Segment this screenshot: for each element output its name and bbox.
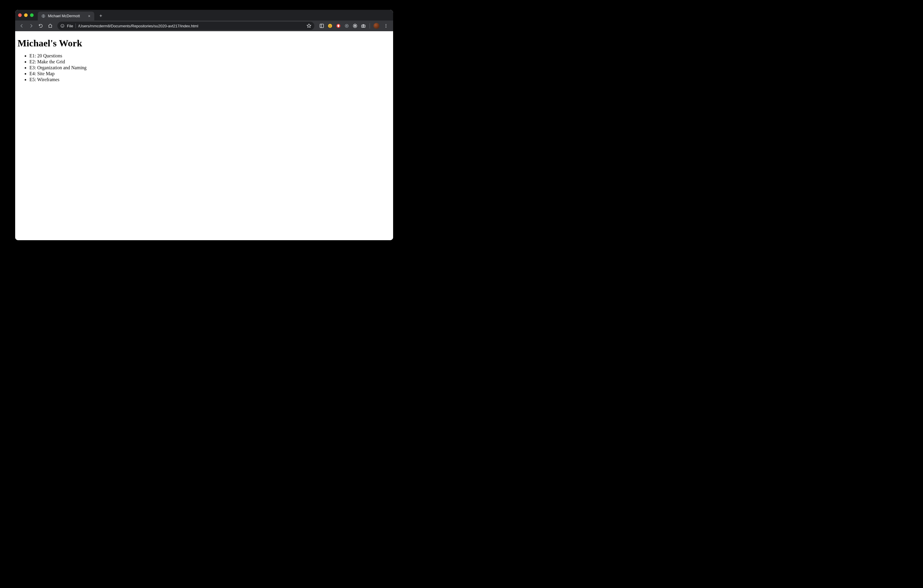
list-item: E5: Wireframes	[30, 77, 391, 83]
browser-toolbar: File /Users/mmcderm8/Documents/Repositor…	[15, 21, 393, 31]
tab-title: Michael McDermott	[48, 14, 85, 18]
record-icon[interactable]	[352, 23, 358, 28]
page-heading: Michael's Work	[18, 38, 391, 49]
svg-point-14	[386, 26, 386, 26]
list-item: E2: Make the Grid	[30, 59, 391, 65]
extension-icons	[317, 23, 391, 29]
window-close-button[interactable]	[18, 13, 22, 17]
camera-icon[interactable]	[361, 23, 366, 28]
profile-avatar[interactable]	[373, 23, 379, 29]
window-maximize-button[interactable]	[30, 13, 34, 17]
url-scheme: File	[67, 24, 73, 28]
svg-point-15	[386, 27, 386, 27]
browser-window: Michael McDermott	[15, 10, 393, 240]
list-item: E1: 20 Questions	[30, 53, 391, 59]
tab-close-icon[interactable]	[87, 14, 91, 18]
bookmark-star-icon[interactable]	[307, 23, 311, 28]
toolbar-separator	[370, 23, 370, 28]
page-viewport: Michael's Work E1: 20 Questions E2: Make…	[15, 31, 393, 240]
new-tab-button[interactable]	[97, 11, 105, 20]
tab-bar: Michael McDermott	[15, 10, 393, 21]
panel-icon[interactable]	[319, 23, 324, 28]
url-path: /Users/mmcderm8/Documents/Repositories/s…	[78, 24, 198, 28]
window-controls	[18, 13, 34, 17]
svg-point-8	[347, 26, 347, 26]
emoji-icon[interactable]	[327, 23, 333, 28]
list-item: E4: Site Map	[30, 71, 391, 77]
url-divider	[76, 23, 76, 28]
back-button[interactable]	[18, 22, 26, 30]
svg-point-3	[328, 24, 332, 28]
browser-tab[interactable]: Michael McDermott	[38, 11, 94, 21]
dot-icon[interactable]	[344, 23, 350, 28]
site-info-icon[interactable]	[60, 24, 64, 28]
svg-point-4	[329, 25, 330, 26]
reload-button[interactable]	[36, 22, 45, 30]
shield-icon[interactable]	[336, 23, 341, 28]
svg-rect-2	[320, 24, 324, 28]
browser-menu-button[interactable]	[383, 23, 389, 28]
exercise-list: E1: 20 Questions E2: Make the Grid E3: O…	[18, 53, 391, 83]
svg-point-5	[330, 25, 331, 26]
svg-point-13	[386, 24, 386, 25]
list-item: E3: Organization and Naming	[30, 65, 391, 71]
svg-point-12	[363, 26, 364, 27]
home-button[interactable]	[46, 22, 54, 30]
window-minimize-button[interactable]	[24, 13, 28, 17]
svg-point-10	[355, 25, 356, 27]
address-bar[interactable]: File /Users/mmcderm8/Documents/Repositor…	[57, 22, 314, 30]
globe-icon	[41, 14, 46, 18]
forward-button[interactable]	[27, 22, 35, 30]
